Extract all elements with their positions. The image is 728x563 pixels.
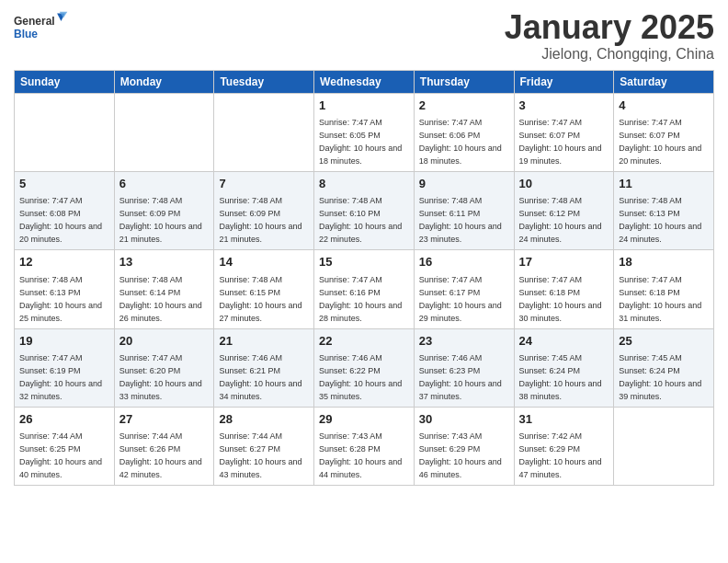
day-info: Sunrise: 7:46 AMSunset: 6:23 PMDaylight:… — [419, 353, 502, 401]
day-info: Sunrise: 7:46 AMSunset: 6:22 PMDaylight:… — [319, 353, 402, 401]
header-tuesday: Tuesday — [214, 70, 314, 93]
calendar-cell: 18 Sunrise: 7:47 AMSunset: 6:18 PMDaylig… — [614, 250, 714, 328]
calendar-cell: 17 Sunrise: 7:47 AMSunset: 6:18 PMDaylig… — [514, 250, 614, 328]
day-info: Sunrise: 7:48 AMSunset: 6:13 PMDaylight:… — [619, 196, 701, 244]
calendar-cell: 9 Sunrise: 7:48 AMSunset: 6:11 PMDayligh… — [414, 171, 514, 249]
calendar-cell: 10 Sunrise: 7:48 AMSunset: 6:12 PMDaylig… — [514, 171, 614, 249]
calendar-cell: 23 Sunrise: 7:46 AMSunset: 6:23 PMDaylig… — [414, 328, 514, 407]
calendar-cell — [614, 408, 714, 486]
calendar-cell: 28 Sunrise: 7:44 AMSunset: 6:27 PMDaylig… — [214, 408, 314, 486]
calendar-cell: 3 Sunrise: 7:47 AMSunset: 6:07 PMDayligh… — [514, 93, 614, 171]
day-info: Sunrise: 7:47 AMSunset: 6:20 PMDaylight:… — [119, 353, 202, 401]
day-number: 7 — [219, 176, 309, 192]
logo-icon: General Blue — [14, 9, 69, 48]
calendar-cell: 1 Sunrise: 7:47 AMSunset: 6:05 PMDayligh… — [314, 93, 415, 171]
day-info: Sunrise: 7:48 AMSunset: 6:15 PMDaylight:… — [219, 275, 301, 323]
day-info: Sunrise: 7:47 AMSunset: 6:06 PMDaylight:… — [419, 118, 502, 166]
day-number: 27 — [119, 411, 210, 428]
calendar-cell: 22 Sunrise: 7:46 AMSunset: 6:22 PMDaylig… — [314, 328, 415, 407]
calendar-cell: 8 Sunrise: 7:48 AMSunset: 6:10 PMDayligh… — [314, 171, 415, 249]
day-number: 13 — [119, 254, 210, 270]
day-info: Sunrise: 7:42 AMSunset: 6:29 PMDaylight:… — [519, 431, 602, 479]
calendar-cell: 2 Sunrise: 7:47 AMSunset: 6:06 PMDayligh… — [414, 93, 514, 171]
day-number: 20 — [119, 333, 210, 350]
calendar-week-5: 26 Sunrise: 7:44 AMSunset: 6:25 PMDaylig… — [15, 408, 714, 486]
day-number: 26 — [19, 411, 109, 428]
day-info: Sunrise: 7:48 AMSunset: 6:11 PMDaylight:… — [419, 196, 502, 244]
calendar-title: January 2025 — [505, 9, 714, 46]
calendar-cell: 16 Sunrise: 7:47 AMSunset: 6:17 PMDaylig… — [414, 250, 514, 328]
day-number: 21 — [219, 333, 309, 350]
day-info: Sunrise: 7:47 AMSunset: 6:18 PMDaylight:… — [619, 275, 701, 323]
header: General Blue January 2025 Jielong, Chong… — [14, 9, 714, 63]
day-number: 29 — [319, 411, 409, 428]
day-number: 16 — [419, 254, 509, 270]
day-number: 24 — [519, 333, 609, 350]
day-number: 25 — [619, 333, 709, 350]
day-number: 1 — [319, 98, 409, 114]
day-info: Sunrise: 7:48 AMSunset: 6:09 PMDaylight:… — [119, 196, 202, 244]
day-info: Sunrise: 7:48 AMSunset: 6:10 PMDaylight:… — [319, 196, 402, 244]
day-info: Sunrise: 7:47 AMSunset: 6:08 PMDaylight:… — [19, 196, 102, 244]
header-sunday: Sunday — [15, 70, 115, 93]
day-info: Sunrise: 7:44 AMSunset: 6:26 PMDaylight:… — [119, 431, 202, 479]
day-info: Sunrise: 7:44 AMSunset: 6:27 PMDaylight:… — [219, 431, 301, 479]
calendar-header-row: Sunday Monday Tuesday Wednesday Thursday… — [15, 70, 714, 93]
calendar-cell: 19 Sunrise: 7:47 AMSunset: 6:19 PMDaylig… — [15, 328, 115, 407]
calendar-cell: 21 Sunrise: 7:46 AMSunset: 6:21 PMDaylig… — [214, 328, 314, 407]
day-number: 15 — [319, 254, 409, 270]
day-number: 23 — [419, 333, 509, 350]
calendar-subtitle: Jielong, Chongqing, China — [505, 46, 714, 63]
calendar-table: Sunday Monday Tuesday Wednesday Thursday… — [14, 70, 714, 487]
header-thursday: Thursday — [414, 70, 514, 93]
day-info: Sunrise: 7:48 AMSunset: 6:13 PMDaylight:… — [19, 275, 102, 323]
calendar-cell: 24 Sunrise: 7:45 AMSunset: 6:24 PMDaylig… — [514, 328, 614, 407]
day-number: 11 — [619, 176, 709, 192]
day-number: 8 — [319, 176, 409, 192]
calendar-cell: 26 Sunrise: 7:44 AMSunset: 6:25 PMDaylig… — [15, 408, 115, 486]
logo: General Blue — [14, 9, 69, 48]
calendar-cell: 4 Sunrise: 7:47 AMSunset: 6:07 PMDayligh… — [614, 93, 714, 171]
svg-text:General: General — [14, 15, 55, 28]
day-info: Sunrise: 7:47 AMSunset: 6:05 PMDaylight:… — [319, 118, 402, 166]
day-number: 6 — [119, 176, 210, 192]
day-info: Sunrise: 7:45 AMSunset: 6:24 PMDaylight:… — [519, 353, 602, 401]
day-info: Sunrise: 7:47 AMSunset: 6:07 PMDaylight:… — [519, 118, 602, 166]
calendar-cell: 5 Sunrise: 7:47 AMSunset: 6:08 PMDayligh… — [15, 171, 115, 249]
calendar-cell — [214, 93, 314, 171]
day-info: Sunrise: 7:47 AMSunset: 6:16 PMDaylight:… — [319, 275, 402, 323]
day-number: 12 — [19, 254, 109, 270]
day-info: Sunrise: 7:47 AMSunset: 6:18 PMDaylight:… — [519, 275, 602, 323]
calendar-cell: 25 Sunrise: 7:45 AMSunset: 6:24 PMDaylig… — [614, 328, 714, 407]
calendar-page: General Blue January 2025 Jielong, Chong… — [0, 0, 728, 563]
calendar-cell: 29 Sunrise: 7:43 AMSunset: 6:28 PMDaylig… — [314, 408, 415, 486]
day-number: 9 — [419, 176, 509, 192]
calendar-week-1: 1 Sunrise: 7:47 AMSunset: 6:05 PMDayligh… — [15, 93, 714, 171]
day-info: Sunrise: 7:44 AMSunset: 6:25 PMDaylight:… — [19, 431, 102, 479]
day-number: 5 — [19, 176, 109, 192]
header-friday: Friday — [514, 70, 614, 93]
title-block: January 2025 Jielong, Chongqing, China — [505, 9, 714, 63]
day-info: Sunrise: 7:48 AMSunset: 6:12 PMDaylight:… — [519, 196, 602, 244]
day-info: Sunrise: 7:46 AMSunset: 6:21 PMDaylight:… — [219, 353, 301, 401]
svg-text:Blue: Blue — [14, 28, 38, 40]
day-number: 10 — [519, 176, 609, 192]
calendar-cell: 15 Sunrise: 7:47 AMSunset: 6:16 PMDaylig… — [314, 250, 415, 328]
calendar-cell — [114, 93, 214, 171]
calendar-cell: 27 Sunrise: 7:44 AMSunset: 6:26 PMDaylig… — [114, 408, 214, 486]
header-wednesday: Wednesday — [314, 70, 415, 93]
day-info: Sunrise: 7:48 AMSunset: 6:14 PMDaylight:… — [119, 275, 202, 323]
day-number: 3 — [519, 98, 609, 114]
calendar-cell: 11 Sunrise: 7:48 AMSunset: 6:13 PMDaylig… — [614, 171, 714, 249]
header-monday: Monday — [114, 70, 214, 93]
day-number: 17 — [519, 254, 609, 270]
calendar-cell: 30 Sunrise: 7:43 AMSunset: 6:29 PMDaylig… — [414, 408, 514, 486]
calendar-cell: 31 Sunrise: 7:42 AMSunset: 6:29 PMDaylig… — [514, 408, 614, 486]
day-number: 14 — [219, 254, 309, 270]
day-info: Sunrise: 7:45 AMSunset: 6:24 PMDaylight:… — [619, 353, 701, 401]
day-info: Sunrise: 7:47 AMSunset: 6:17 PMDaylight:… — [419, 275, 502, 323]
calendar-week-2: 5 Sunrise: 7:47 AMSunset: 6:08 PMDayligh… — [15, 171, 714, 249]
calendar-cell: 6 Sunrise: 7:48 AMSunset: 6:09 PMDayligh… — [114, 171, 214, 249]
day-number: 4 — [619, 98, 709, 114]
day-number: 2 — [419, 98, 509, 114]
